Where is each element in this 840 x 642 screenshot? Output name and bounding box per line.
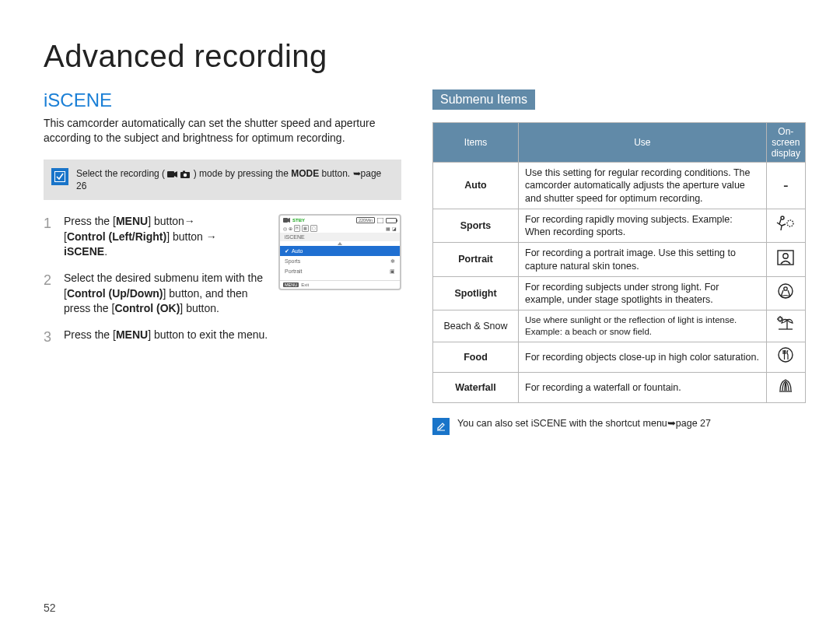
svg-point-10 [783,253,788,258]
svg-point-13 [781,296,790,298]
lcd-exit-row: MENU Exit [280,280,400,289]
table-row: Beach & Snow Use where sunlight or the r… [433,310,806,342]
waterfall-icon [766,373,805,403]
step-1: 1 Press the [MENU] button→[Control (Left… [44,214,271,260]
mode-icons [167,170,191,178]
svg-rect-5 [283,218,288,223]
intro-text: This camcorder automatically can set the… [44,116,401,146]
svg-rect-9 [778,251,793,265]
sports-icon [766,209,805,243]
food-icon [766,342,805,373]
th-use: Use [519,123,767,163]
svg-rect-0 [55,171,65,181]
battery-icon [386,218,397,223]
svg-point-15 [779,348,793,362]
page-number: 52 [44,602,56,614]
lcd-option-sports: Sports✻ [280,256,400,266]
check-badge-icon [51,168,68,185]
lcd-stby: STBY [292,218,305,223]
svg-rect-6 [377,218,383,223]
beach-snow-icon [766,310,805,342]
note-pencil-icon [432,418,450,435]
svg-rect-4 [183,170,185,172]
table-row: Sports For recording rapidly moving subj… [433,209,806,243]
table-row: Food For recording objects close-up in h… [433,342,806,373]
th-items: Items [433,123,519,163]
lcd-card-icon [377,218,383,223]
step-2: 2 Select the desired submenu item with t… [44,271,271,317]
table-row: Spotlight For recording subjects under s… [433,276,806,310]
photo-mode-icon [180,170,191,178]
spotlight-icon [766,276,805,310]
page-title: Advanced recording [44,39,796,74]
lcd-option-portrait: Portrait▣ [280,266,400,276]
shortcut-text: You can also set iSCENE with the shortcu… [457,417,711,429]
iscene-heading: iSCENE [44,89,401,111]
auto-icon: - [766,163,805,209]
mode-note-text: Select the recording ( ) mode by pressin… [76,167,394,192]
shortcut-note: You can also set iSCENE with the shortcu… [432,417,806,435]
svg-point-12 [784,287,787,290]
svg-rect-1 [167,171,174,177]
table-row: Waterfall For recording a waterfall or f… [433,373,806,403]
lcd-time: 220Min [356,217,375,223]
lcd-menu-label: iSCENE [280,233,400,241]
svg-point-14 [779,317,782,321]
lcd-screenshot: STBY 220Min ◎⊕H▦▢ ▦◪ iSCENE [278,214,401,290]
mode-note: Select the recording ( ) mode by pressin… [44,160,401,200]
table-row: Auto Use this setting for regular record… [433,163,806,209]
video-mode-icon [167,170,178,178]
svg-point-8 [787,220,793,226]
submenu-heading: Submenu Items [432,89,535,110]
svg-point-7 [781,216,784,219]
svg-point-3 [184,173,187,176]
table-row: Portrait For recording a portrait image.… [433,243,806,277]
lcd-rec-icon [283,217,290,223]
submenu-table: Items Use On-screen display Auto Use thi… [432,122,806,403]
right-column: Submenu Items Items Use On-screen displa… [432,89,806,435]
portrait-icon [766,243,805,277]
th-display: On-screen display [766,123,805,163]
lcd-option-auto: ✔Auto [280,246,400,256]
left-column: iSCENE This camcorder automatically can … [44,89,401,435]
step-3: 3 Press the [MENU] button to exit the me… [44,328,401,347]
